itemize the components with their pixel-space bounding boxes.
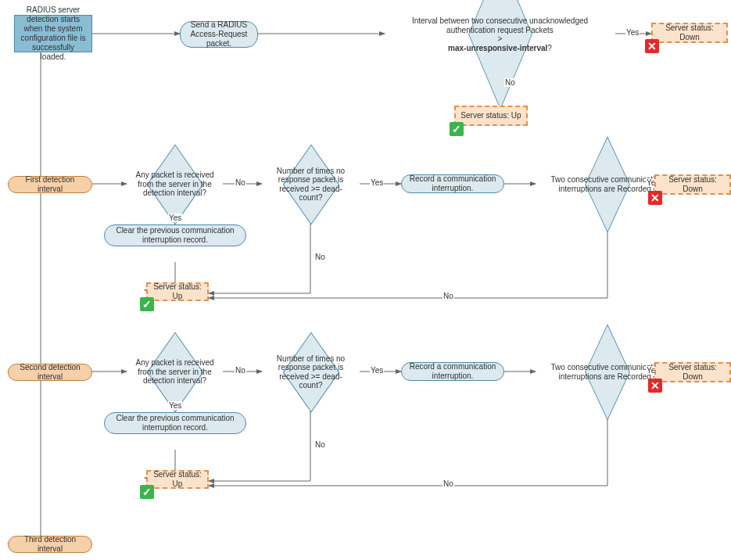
no-label: No [504,78,516,87]
decision-any-2: Any packet is received from the server i… [127,346,223,398]
third-interval: Third detection interval [8,536,92,553]
check-icon: ✓ [450,122,464,136]
x-icon: ✕ [648,191,662,205]
status-up-0: Server status: Up [454,106,528,126]
status-down-2: Server status: Down [654,174,731,195]
status-up-1: Server status: Up [146,282,209,301]
status-down-1: Server status: Down [651,23,728,43]
status-up-2: Server status: Up [146,470,209,489]
x-icon: ✕ [648,379,662,393]
check-icon: ✓ [140,297,154,311]
clear-2: Clear the previous communication interru… [104,412,246,434]
yes-label: Yes [625,28,640,37]
record-1: Record a communication interruption. [401,174,504,193]
x-icon: ✕ [645,39,659,53]
record-2: Record a communication interruption. [401,362,504,381]
decision-dead-1: Number of times no response packet is re… [262,158,360,210]
start-node: RADIUS server detection starts when the … [14,15,92,52]
check-icon: ✓ [140,485,154,499]
decision-any-1: Any packet is received from the server i… [127,158,223,210]
second-interval: Second detection interval [8,364,92,381]
clear-1: Clear the previous communication interru… [104,224,246,246]
decision-interval: Interval between two consecutive unackno… [385,4,615,65]
send-packet: Send a RADIUS Access-Request packet. [180,21,258,48]
status-down-3: Server status: Down [654,362,731,382]
decision-dead-2: Number of times no response packet is re… [262,346,360,398]
first-interval: First detection interval [8,176,92,193]
